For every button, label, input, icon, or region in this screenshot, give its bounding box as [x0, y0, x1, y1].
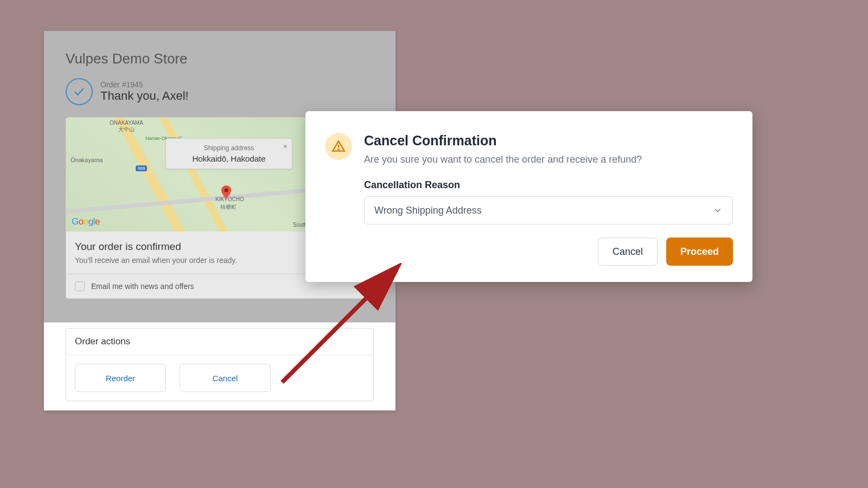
cancellation-reason-select[interactable]: Wrong Shipping Address [364, 196, 733, 224]
svg-point-2 [338, 149, 339, 150]
map-label: 桔梗町 [220, 203, 237, 211]
cancellation-reason-label: Cancellation Reason [364, 179, 733, 191]
close-icon[interactable]: × [283, 142, 288, 151]
modal-title: Cancel Confirmation [364, 133, 733, 149]
modal-cancel-button[interactable]: Cancel [598, 237, 658, 266]
map-label: 969 [136, 165, 147, 171]
chevron-down-icon [713, 206, 723, 215]
store-title: Vulpes Demo Store [66, 50, 374, 67]
cancel-confirmation-modal: Cancel Confirmation Are you sure you wan… [305, 111, 752, 282]
map-label: 大中山 [118, 126, 135, 133]
tooltip-title: Shipping address [174, 144, 284, 152]
cancel-order-button[interactable]: Cancel [180, 364, 271, 392]
checkmark-icon [66, 78, 93, 105]
select-value: Wrong Shipping Address [374, 205, 482, 216]
map-label: ONAKAYAMA [110, 120, 143, 126]
thank-you-text: Thank you, Axel! [100, 89, 189, 103]
order-actions-card: Order actions Reorder Cancel [66, 328, 374, 401]
order-header: Order #1945 Thank you, Axel! [66, 78, 374, 105]
order-number: Order #1945 [100, 80, 189, 89]
svg-point-0 [225, 189, 228, 192]
checkbox-icon[interactable] [75, 281, 85, 291]
google-logo: Google [72, 216, 100, 227]
modal-subtitle: Are you sure you want to cancel the orde… [364, 154, 733, 165]
reorder-button[interactable]: Reorder [75, 364, 166, 392]
warning-icon [325, 133, 352, 160]
tooltip-address: Hokkaidō, Hakodate [174, 154, 284, 163]
map-label: Ōnakayama [71, 157, 103, 163]
map-pin-icon [221, 185, 231, 201]
order-actions-title: Order actions [66, 329, 373, 355]
modal-proceed-button[interactable]: Proceed [666, 237, 733, 266]
newsletter-label: Email me with news and offers [91, 282, 194, 291]
shipping-address-tooltip: × Shipping address Hokkaidō, Hakodate [165, 138, 292, 169]
